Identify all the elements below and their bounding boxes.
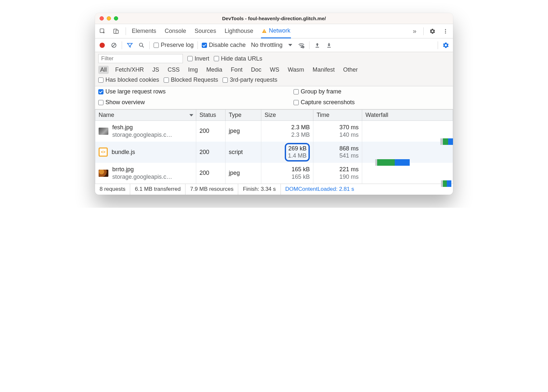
- show-overview-checkbox[interactable]: Show overview: [98, 99, 274, 106]
- close-window-button[interactable]: [100, 16, 104, 21]
- table-row[interactable]: brrto.jpgstorage.googleapis.c…200jpeg165…: [95, 163, 453, 184]
- col-time[interactable]: Time: [313, 110, 362, 121]
- record-button[interactable]: [98, 41, 106, 49]
- svg-rect-2: [116, 30, 118, 33]
- status-dcl: DOMContentLoaded: 2.81 s: [281, 184, 359, 195]
- time-cell: 370 ms140 ms: [313, 121, 362, 142]
- separator: [122, 41, 122, 49]
- type-filter-fetchxhr[interactable]: Fetch/XHR: [113, 66, 146, 74]
- has-blocked-cookies-checkbox[interactable]: Has blocked cookies: [98, 77, 159, 83]
- capture-screenshots-checkbox[interactable]: Capture screenshots: [294, 99, 355, 106]
- status-transferred: 6.1 MB transferred: [130, 184, 185, 195]
- search-icon[interactable]: [138, 41, 145, 49]
- preserve-log-checkbox[interactable]: Preserve log: [154, 42, 194, 49]
- network-settings-gear-icon[interactable]: [442, 41, 450, 49]
- type-filter-ws[interactable]: WS: [268, 66, 281, 74]
- tab-sources[interactable]: Sources: [194, 24, 217, 38]
- svg-rect-4: [264, 32, 265, 32]
- svg-point-5: [445, 29, 446, 30]
- file-domain: storage.googleapis.c…: [112, 173, 172, 181]
- separator: [438, 41, 438, 49]
- blocked-requests-checkbox[interactable]: Blocked Requests: [164, 77, 218, 83]
- col-type[interactable]: Type: [226, 110, 261, 121]
- type-filter-other[interactable]: Other: [341, 66, 360, 74]
- col-status[interactable]: Status: [196, 110, 226, 121]
- show-overview-label: Show overview: [105, 99, 145, 106]
- chevron-down-icon: [288, 44, 292, 46]
- svg-rect-3: [264, 30, 265, 31]
- size-highlight: 269 kB1.4 MB: [285, 143, 310, 161]
- more-tabs-icon[interactable]: »: [410, 27, 419, 35]
- table-row[interactable]: <>bundle.js200script269 kB1.4 MB868 ms54…: [95, 142, 453, 163]
- settings-gear-icon[interactable]: [428, 27, 437, 35]
- filter-bar: Invert Hide data URLs AllFetch/XHRJSCSSI…: [95, 52, 453, 86]
- type-filter-font[interactable]: Font: [229, 66, 244, 74]
- type-filter-img[interactable]: Img: [186, 66, 200, 74]
- tab-elements[interactable]: Elements: [131, 24, 157, 38]
- inspect-element-icon[interactable]: [98, 27, 107, 35]
- separator: [126, 27, 126, 35]
- throttling-select[interactable]: No throttling: [250, 42, 294, 49]
- tab-console[interactable]: Console: [164, 24, 187, 38]
- col-size[interactable]: Size: [261, 110, 313, 121]
- group-by-frame-checkbox[interactable]: Group by frame: [294, 88, 355, 95]
- separator: [309, 41, 309, 49]
- svg-rect-14: [316, 47, 319, 48]
- display-options: Use large request rows Show overview Gro…: [95, 86, 453, 109]
- invert-label: Invert: [195, 55, 209, 62]
- warning-icon: [262, 28, 267, 34]
- file-thumb-icon: [99, 170, 108, 177]
- separator: [423, 27, 424, 35]
- device-toolbar-icon[interactable]: [112, 27, 120, 35]
- download-har-icon[interactable]: [325, 41, 333, 49]
- type-filter-css[interactable]: CSS: [166, 66, 182, 74]
- hide-data-urls-label: Hide data URLs: [221, 55, 262, 62]
- network-conditions-icon[interactable]: [297, 41, 305, 49]
- has-blocked-cookies-label: Has blocked cookies: [105, 77, 159, 83]
- time-cell: 221 ms190 ms: [313, 163, 362, 184]
- devtools-window: DevTools - foul-heavenly-direction.glitc…: [95, 13, 453, 195]
- waterfall-cell: [362, 142, 453, 163]
- status-resources: 7.9 MB resources: [185, 184, 238, 195]
- col-waterfall[interactable]: Waterfall: [362, 110, 453, 121]
- filter-input[interactable]: [98, 54, 183, 63]
- sort-icon: [189, 114, 193, 116]
- svg-line-11: [143, 46, 144, 47]
- type-filter-media[interactable]: Media: [204, 66, 224, 74]
- type-cell: jpeg: [226, 163, 261, 184]
- svg-point-10: [139, 43, 143, 46]
- type-cell: jpeg: [226, 121, 261, 142]
- large-rows-checkbox[interactable]: Use large request rows: [98, 88, 274, 95]
- status-bar: 8 requests 6.1 MB transferred 7.9 MB res…: [95, 184, 453, 195]
- third-party-checkbox[interactable]: 3rd-party requests: [223, 77, 277, 83]
- invert-checkbox[interactable]: Invert: [187, 55, 209, 62]
- titlebar: DevTools - foul-heavenly-direction.glitc…: [95, 13, 453, 24]
- status-requests: 8 requests: [95, 184, 130, 195]
- clear-icon[interactable]: [110, 41, 118, 49]
- table-row[interactable]: fesh.jpgstorage.googleapis.c…200jpeg2.3 …: [95, 121, 453, 142]
- blocked-requests-label: Blocked Requests: [171, 77, 218, 83]
- time-cell: 868 ms541 ms: [313, 142, 362, 163]
- tab-network[interactable]: Network: [261, 24, 291, 38]
- kebab-menu-icon[interactable]: [441, 27, 450, 35]
- col-name[interactable]: Name: [95, 110, 196, 121]
- filter-funnel-icon[interactable]: [126, 41, 134, 49]
- hide-data-urls-checkbox[interactable]: Hide data URLs: [214, 55, 262, 62]
- minimize-window-button[interactable]: [107, 16, 111, 21]
- type-filter-manifest[interactable]: Manifest: [311, 66, 337, 74]
- disable-cache-checkbox[interactable]: Disable cache: [202, 42, 246, 49]
- type-filter-doc[interactable]: Doc: [249, 66, 263, 74]
- size-cell: 2.3 MB2.3 MB: [261, 121, 313, 142]
- requests-table: NameStatusTypeSizeTimeWaterfall fesh.jpg…: [95, 109, 453, 184]
- file-domain: storage.googleapis.c…: [112, 131, 172, 139]
- network-toolbar: Preserve log Disable cache No throttling: [95, 38, 453, 52]
- file-name: brrto.jpg: [112, 166, 172, 173]
- type-filter-wasm[interactable]: Wasm: [286, 66, 306, 74]
- type-filter-all[interactable]: All: [98, 66, 109, 74]
- tab-lighthouse[interactable]: Lighthouse: [224, 24, 254, 38]
- type-filter-js[interactable]: JS: [150, 66, 161, 74]
- maximize-window-button[interactable]: [114, 16, 118, 21]
- preserve-log-label: Preserve log: [161, 42, 194, 49]
- svg-point-7: [445, 32, 446, 33]
- upload-har-icon[interactable]: [313, 41, 321, 49]
